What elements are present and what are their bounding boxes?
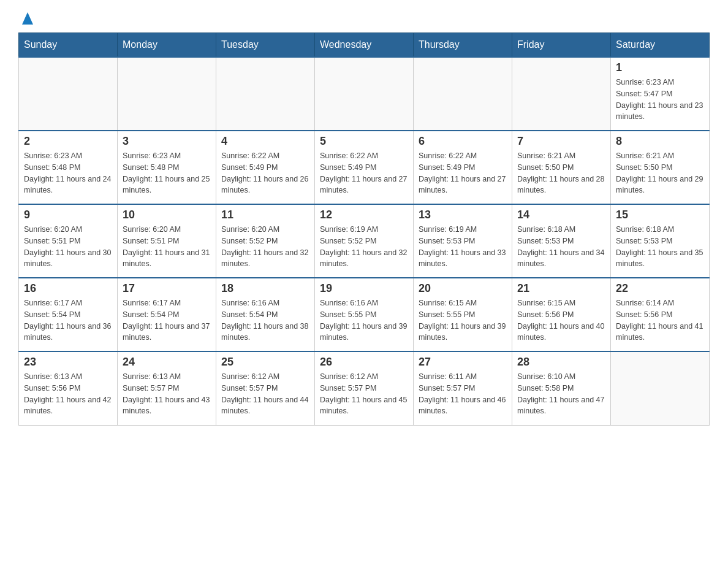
calendar-week-row: 23Sunrise: 6:13 AM Sunset: 5:56 PM Dayli…	[19, 351, 710, 425]
calendar-day: 5Sunrise: 6:22 AM Sunset: 5:49 PM Daylig…	[315, 131, 414, 204]
day-info: Sunrise: 6:15 AM Sunset: 5:56 PM Dayligh…	[517, 297, 605, 343]
calendar-table: Sunday Monday Tuesday Wednesday Thursday…	[18, 33, 710, 426]
day-number: 2	[24, 135, 112, 148]
day-info: Sunrise: 6:21 AM Sunset: 5:50 PM Dayligh…	[517, 150, 605, 196]
day-number: 19	[320, 282, 408, 295]
day-info: Sunrise: 6:17 AM Sunset: 5:54 PM Dayligh…	[123, 297, 211, 343]
calendar-day: 16Sunrise: 6:17 AM Sunset: 5:54 PM Dayli…	[19, 278, 118, 351]
calendar-day: 1Sunrise: 6:23 AM Sunset: 5:47 PM Daylig…	[611, 57, 710, 131]
day-number: 23	[24, 356, 112, 369]
day-info: Sunrise: 6:16 AM Sunset: 5:54 PM Dayligh…	[221, 297, 309, 343]
calendar-day	[512, 57, 611, 131]
calendar-day	[611, 351, 710, 425]
day-info: Sunrise: 6:22 AM Sunset: 5:49 PM Dayligh…	[320, 150, 408, 196]
header-friday: Friday	[512, 33, 611, 58]
calendar-day: 23Sunrise: 6:13 AM Sunset: 5:56 PM Dayli…	[19, 351, 118, 425]
calendar-day: 12Sunrise: 6:19 AM Sunset: 5:52 PM Dayli…	[315, 204, 414, 278]
day-info: Sunrise: 6:13 AM Sunset: 5:57 PM Dayligh…	[123, 371, 211, 417]
day-number: 9	[24, 209, 112, 221]
calendar-header-row: Sunday Monday Tuesday Wednesday Thursday…	[19, 33, 710, 58]
calendar-day	[19, 57, 118, 131]
day-number: 8	[616, 135, 704, 148]
calendar-day	[118, 57, 216, 131]
day-info: Sunrise: 6:23 AM Sunset: 5:48 PM Dayligh…	[123, 150, 211, 196]
day-info: Sunrise: 6:18 AM Sunset: 5:53 PM Dayligh…	[616, 224, 704, 270]
calendar-day: 18Sunrise: 6:16 AM Sunset: 5:54 PM Dayli…	[216, 278, 315, 351]
day-info: Sunrise: 6:21 AM Sunset: 5:50 PM Dayligh…	[616, 150, 704, 196]
day-number: 18	[221, 282, 309, 295]
day-number: 7	[517, 135, 605, 148]
calendar-day: 20Sunrise: 6:15 AM Sunset: 5:55 PM Dayli…	[414, 278, 512, 351]
day-number: 16	[24, 282, 112, 295]
day-info: Sunrise: 6:18 AM Sunset: 5:53 PM Dayligh…	[517, 224, 605, 270]
day-number: 11	[221, 209, 309, 221]
calendar-day: 6Sunrise: 6:22 AM Sunset: 5:49 PM Daylig…	[414, 131, 512, 204]
calendar-week-row: 1Sunrise: 6:23 AM Sunset: 5:47 PM Daylig…	[19, 57, 710, 131]
day-info: Sunrise: 6:13 AM Sunset: 5:56 PM Dayligh…	[24, 371, 112, 417]
day-number: 10	[123, 209, 211, 221]
calendar-day	[414, 57, 512, 131]
day-number: 6	[419, 135, 507, 148]
header-thursday: Thursday	[414, 33, 512, 58]
day-info: Sunrise: 6:12 AM Sunset: 5:57 PM Dayligh…	[320, 371, 408, 417]
day-number: 15	[616, 209, 704, 221]
day-info: Sunrise: 6:17 AM Sunset: 5:54 PM Dayligh…	[24, 297, 112, 343]
day-info: Sunrise: 6:19 AM Sunset: 5:52 PM Dayligh…	[320, 224, 408, 270]
calendar-day: 24Sunrise: 6:13 AM Sunset: 5:57 PM Dayli…	[118, 351, 216, 425]
day-info: Sunrise: 6:14 AM Sunset: 5:56 PM Dayligh…	[616, 297, 704, 343]
calendar-day: 21Sunrise: 6:15 AM Sunset: 5:56 PM Dayli…	[512, 278, 611, 351]
calendar-day: 26Sunrise: 6:12 AM Sunset: 5:57 PM Dayli…	[315, 351, 414, 425]
day-info: Sunrise: 6:10 AM Sunset: 5:58 PM Dayligh…	[517, 371, 605, 417]
calendar-day	[315, 57, 414, 131]
calendar-day: 14Sunrise: 6:18 AM Sunset: 5:53 PM Dayli…	[512, 204, 611, 278]
day-number: 13	[419, 209, 507, 221]
calendar-week-row: 16Sunrise: 6:17 AM Sunset: 5:54 PM Dayli…	[19, 278, 710, 351]
calendar-day: 15Sunrise: 6:18 AM Sunset: 5:53 PM Dayli…	[611, 204, 710, 278]
calendar-day: 7Sunrise: 6:21 AM Sunset: 5:50 PM Daylig…	[512, 131, 611, 204]
day-number: 25	[221, 356, 309, 369]
day-info: Sunrise: 6:15 AM Sunset: 5:55 PM Dayligh…	[419, 297, 507, 343]
calendar-day: 28Sunrise: 6:10 AM Sunset: 5:58 PM Dayli…	[512, 351, 611, 425]
day-info: Sunrise: 6:16 AM Sunset: 5:55 PM Dayligh…	[320, 297, 408, 343]
calendar-day: 2Sunrise: 6:23 AM Sunset: 5:48 PM Daylig…	[19, 131, 118, 204]
calendar-day: 3Sunrise: 6:23 AM Sunset: 5:48 PM Daylig…	[118, 131, 216, 204]
day-info: Sunrise: 6:20 AM Sunset: 5:51 PM Dayligh…	[24, 224, 112, 270]
day-number: 28	[517, 356, 605, 369]
day-info: Sunrise: 6:23 AM Sunset: 5:47 PM Dayligh…	[616, 77, 704, 123]
day-number: 24	[123, 356, 211, 369]
day-info: Sunrise: 6:19 AM Sunset: 5:53 PM Dayligh…	[419, 224, 507, 270]
day-info: Sunrise: 6:23 AM Sunset: 5:48 PM Dayligh…	[24, 150, 112, 196]
header-wednesday: Wednesday	[315, 33, 414, 58]
calendar-day: 25Sunrise: 6:12 AM Sunset: 5:57 PM Dayli…	[216, 351, 315, 425]
svg-marker-0	[22, 12, 33, 25]
day-number: 3	[123, 135, 211, 148]
calendar-day: 27Sunrise: 6:11 AM Sunset: 5:57 PM Dayli…	[414, 351, 512, 425]
logo	[18, 12, 33, 26]
calendar-day: 9Sunrise: 6:20 AM Sunset: 5:51 PM Daylig…	[19, 204, 118, 278]
calendar-day: 22Sunrise: 6:14 AM Sunset: 5:56 PM Dayli…	[611, 278, 710, 351]
day-number: 12	[320, 209, 408, 221]
logo-arrow-icon	[22, 12, 33, 27]
header-sunday: Sunday	[19, 33, 118, 58]
day-number: 22	[616, 282, 704, 295]
calendar-day	[216, 57, 315, 131]
header-saturday: Saturday	[611, 33, 710, 58]
day-info: Sunrise: 6:22 AM Sunset: 5:49 PM Dayligh…	[419, 150, 507, 196]
calendar-day: 4Sunrise: 6:22 AM Sunset: 5:49 PM Daylig…	[216, 131, 315, 204]
calendar-week-row: 2Sunrise: 6:23 AM Sunset: 5:48 PM Daylig…	[19, 131, 710, 204]
day-info: Sunrise: 6:22 AM Sunset: 5:49 PM Dayligh…	[221, 150, 309, 196]
day-number: 5	[320, 135, 408, 148]
calendar-day: 19Sunrise: 6:16 AM Sunset: 5:55 PM Dayli…	[315, 278, 414, 351]
day-number: 14	[517, 209, 605, 221]
day-info: Sunrise: 6:12 AM Sunset: 5:57 PM Dayligh…	[221, 371, 309, 417]
day-number: 27	[419, 356, 507, 369]
day-info: Sunrise: 6:20 AM Sunset: 5:51 PM Dayligh…	[123, 224, 211, 270]
day-number: 26	[320, 356, 408, 369]
day-info: Sunrise: 6:20 AM Sunset: 5:52 PM Dayligh…	[221, 224, 309, 270]
calendar-day: 10Sunrise: 6:20 AM Sunset: 5:51 PM Dayli…	[118, 204, 216, 278]
calendar-day: 11Sunrise: 6:20 AM Sunset: 5:52 PM Dayli…	[216, 204, 315, 278]
calendar-day: 17Sunrise: 6:17 AM Sunset: 5:54 PM Dayli…	[118, 278, 216, 351]
header-monday: Monday	[118, 33, 216, 58]
day-number: 1	[616, 61, 704, 74]
header-tuesday: Tuesday	[216, 33, 315, 58]
